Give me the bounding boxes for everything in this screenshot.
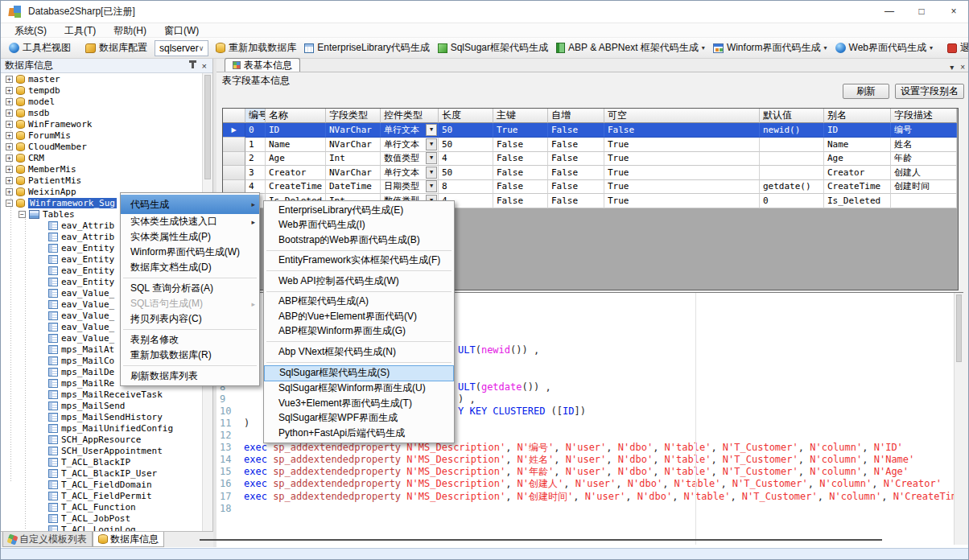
menu-item[interactable]: 表别名修改 — [121, 332, 259, 348]
grid-cell[interactable]: CreateTime — [824, 180, 891, 195]
db-type-combobox[interactable]: sqlserver∨ — [155, 40, 208, 56]
menu-item[interactable]: 刷新数据库列表 — [121, 369, 259, 384]
grid-cell[interactable]: 单行文本▼ — [381, 138, 439, 152]
tree-item[interactable]: +MemberMis — [1, 163, 203, 175]
tree-expander[interactable]: + — [6, 132, 13, 139]
maximize-button[interactable]: □ — [905, 1, 938, 23]
menu-item[interactable]: 代码生成▸ — [121, 195, 259, 214]
grid-cell[interactable]: Is_Deleted — [824, 194, 891, 208]
tree-item[interactable]: T_ACL_BlackIP — [1, 456, 203, 467]
grid-cell[interactable]: True — [604, 180, 760, 195]
grid-row[interactable]: 2AgeInt数值类型▼4FalseFalseTrueAge年龄 — [223, 152, 958, 167]
tree-item[interactable]: SCH_UserAppointment — [1, 445, 203, 456]
grid-cell[interactable]: DateTime — [326, 180, 381, 195]
row-selector[interactable]: ▶ — [223, 123, 245, 138]
grid-cell[interactable]: NVarChar — [326, 138, 381, 152]
cell-dropdown-button[interactable]: ▼ — [426, 180, 437, 192]
web-gen-button[interactable]: Web界面代码生成▾ — [831, 39, 937, 56]
bottom-tab-database[interactable]: 数据库信息 — [93, 532, 164, 547]
grid-cell[interactable]: 创建时间 — [891, 180, 957, 195]
grid-cell[interactable]: 3 — [245, 166, 266, 180]
menu-item[interactable]: Bootstrap的Web界面代码生成(B) — [264, 233, 454, 248]
grid-cell[interactable]: False — [493, 166, 548, 180]
menu-item[interactable]: 实体类属性生成(P) — [121, 229, 259, 245]
grid-cell[interactable]: False — [493, 138, 548, 152]
grid-row[interactable]: 1NameNVarChar单行文本▼50FalseFalseTrueName姓名 — [223, 138, 958, 152]
grid-cell[interactable]: False — [548, 152, 604, 167]
tree-item[interactable]: mps_MailUnifiedConfig — [1, 422, 203, 434]
menu-item[interactable]: Abp VNext框架代码生成(N) — [264, 344, 454, 360]
menu-item[interactable]: SqlSugar框架Winform界面生成(U) — [264, 381, 454, 397]
grid-cell[interactable]: ID — [824, 123, 891, 138]
close-button[interactable]: × — [938, 1, 969, 23]
grid-cell[interactable]: True — [604, 166, 760, 180]
tree-scrollbar-thumb[interactable] — [204, 75, 211, 179]
winform-gen-button[interactable]: Winform界面代码生成▾ — [709, 39, 831, 56]
grid-cell[interactable]: 日期类型▼ — [381, 180, 439, 195]
menu-item[interactable]: 数据库文档生成(D) — [121, 260, 259, 275]
grid-cell[interactable]: Age — [824, 152, 891, 167]
menu-item[interactable]: Web API控制器代码生成(W) — [264, 274, 454, 289]
grid-cell[interactable]: 2 — [245, 152, 266, 167]
grid-cell[interactable]: 数值类型▼ — [381, 152, 439, 167]
tree-item[interactable]: +CloudMember — [1, 141, 203, 152]
reload-db-button[interactable]: 重新加载数据库 — [212, 39, 300, 56]
grid-cell[interactable]: 8 — [439, 180, 493, 195]
grid-column-header[interactable]: 字段描述 — [891, 109, 957, 123]
tree-item[interactable]: mps_MailSendHistory — [1, 411, 203, 422]
toolbar-view-button[interactable]: 工具栏视图 — [5, 39, 75, 56]
grid-row[interactable]: ▶0IDNVarChar单行文本▼50TrueFalseFalsenewid()… — [223, 123, 958, 138]
tree-item[interactable]: mps_MailSend — [1, 400, 203, 411]
menu-item[interactable]: Vue3+Element界面代码生成(T) — [264, 396, 454, 411]
grid-cell[interactable]: True — [604, 138, 760, 152]
grid-column-header[interactable]: 可空 — [604, 109, 760, 123]
grid-cell[interactable]: False — [493, 180, 548, 195]
grid-column-header[interactable]: 控件类型 — [381, 109, 439, 123]
tree-expander[interactable]: + — [6, 143, 13, 150]
tree-expander[interactable]: + — [6, 76, 13, 83]
tree-expander[interactable]: + — [6, 166, 13, 173]
grid-cell[interactable]: False — [548, 180, 604, 195]
grid-column-header[interactable]: 别名 — [824, 109, 891, 123]
menubar-item[interactable]: 工具(T) — [56, 23, 105, 38]
grid-cell[interactable]: 创建人 — [891, 166, 957, 180]
refresh-button[interactable]: 刷新 — [843, 84, 889, 99]
grid-cell[interactable]: False — [548, 194, 604, 208]
enterpriselibrary-gen-button[interactable]: EnterpriseLibrary代码生成 — [300, 39, 433, 56]
tree-item[interactable]: +ForumMis — [1, 130, 203, 141]
tree-item[interactable]: +tempdb — [1, 84, 203, 96]
editor-vscrollbar-thumb[interactable] — [956, 294, 962, 362]
db-config-button[interactable]: 数据库配置 — [81, 39, 151, 56]
tree-item[interactable]: +master — [1, 73, 203, 84]
grid-cell[interactable]: False — [604, 123, 760, 138]
tree-item[interactable]: T_ACL_FieldPermit — [1, 490, 203, 501]
menu-item[interactable]: Web界面代码生成(I) — [264, 218, 454, 233]
tree-item[interactable]: +WinFramework — [1, 118, 203, 130]
tree-expander[interactable]: − — [19, 211, 26, 218]
tree-item[interactable]: +msdb — [1, 107, 203, 118]
tab-close-icon[interactable]: × — [960, 63, 965, 72]
grid-column-header[interactable]: 长度 — [439, 109, 493, 123]
menu-item[interactable]: 实体类生成快速入口▸ — [121, 214, 259, 229]
grid-cell[interactable]: 姓名 — [891, 138, 957, 152]
grid-cell[interactable]: newid() — [760, 123, 824, 138]
abp-gen-button[interactable]: ABP & ABPNext 框架代码生成▾ — [552, 39, 709, 56]
grid-cell[interactable]: 50 — [439, 166, 493, 180]
tree-item[interactable]: +CRM — [1, 152, 203, 163]
menu-item[interactable]: SqlSugar框架代码生成(S) — [264, 365, 454, 381]
grid-cell[interactable]: 1 — [245, 138, 266, 152]
tab-table-info[interactable]: 表基本信息 — [225, 58, 300, 72]
grid-cell[interactable]: NVarChar — [326, 166, 381, 180]
grid-column-header[interactable]: 编号 — [245, 109, 266, 123]
grid-cell[interactable]: 50 — [439, 138, 493, 152]
menu-item[interactable]: ABP框架代码生成(A) — [264, 294, 454, 310]
tree-expander[interactable]: − — [6, 200, 13, 207]
grid-column-header[interactable]: 名称 — [266, 109, 326, 123]
grid-cell[interactable]: Age — [266, 152, 326, 167]
grid-cell[interactable]: 0 — [245, 123, 266, 138]
grid-cell[interactable]: 0 — [760, 194, 824, 208]
grid-cell[interactable]: 年龄 — [891, 152, 957, 167]
editor-vscrollbar[interactable] — [954, 293, 963, 545]
grid-cell[interactable]: Creator — [266, 166, 326, 180]
menu-item[interactable]: SQL 查询分析器(A) — [121, 281, 259, 296]
